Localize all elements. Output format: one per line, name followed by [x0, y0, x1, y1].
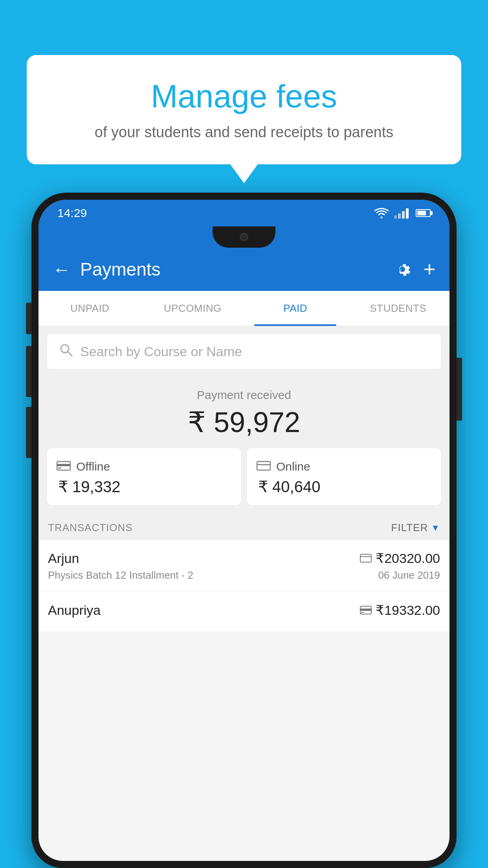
phone-screen: 14:29: [39, 200, 449, 861]
app-bar-actions: +: [393, 259, 435, 280]
bubble-subtitle: of your students and send receipts to pa…: [50, 122, 438, 143]
svg-rect-5: [257, 462, 270, 470]
bubble-title: Manage fees: [50, 79, 438, 114]
student-name: Arjun: [48, 551, 79, 566]
settings-icon[interactable]: [393, 260, 412, 279]
status-icons: [374, 208, 431, 219]
table-row[interactable]: Anupriya ₹19332.00: [39, 592, 449, 631]
side-button-vol-mute: [26, 303, 31, 334]
search-icon: [59, 343, 73, 360]
svg-rect-7: [360, 554, 371, 562]
transactions-label: TRANSACTIONS: [48, 522, 133, 534]
status-bar: 14:29: [39, 200, 449, 226]
notch: [213, 226, 275, 248]
table-row[interactable]: Arjun ₹20320.00 Physics Batch 12 Install…: [39, 540, 449, 592]
student-name: Anupriya: [48, 603, 101, 618]
offline-label: Offline: [76, 460, 110, 473]
side-button-vol-down: [26, 407, 31, 458]
transaction-row-top: Anupriya ₹19332.00: [48, 602, 440, 618]
tab-upcoming[interactable]: UPCOMING: [141, 291, 244, 326]
tab-paid[interactable]: PAID: [244, 291, 347, 326]
payment-cards: Offline ₹ 19,332: [47, 448, 441, 505]
transaction-row-top: Arjun ₹20320.00: [48, 550, 440, 566]
payment-total-amount: ₹ 59,972: [47, 406, 441, 439]
add-payment-button[interactable]: +: [424, 259, 435, 280]
offline-card-header: Offline: [57, 459, 231, 474]
tab-unpaid[interactable]: UNPAID: [39, 291, 141, 326]
online-label: Online: [276, 460, 310, 473]
tabs-bar: UNPAID UPCOMING PAID STUDENTS: [39, 291, 449, 326]
online-amount: ₹ 40,640: [257, 478, 431, 496]
page-title: Payments: [80, 259, 383, 280]
back-button[interactable]: ←: [53, 260, 71, 278]
wifi-icon: [374, 208, 389, 219]
phone-wrapper: 14:29: [31, 193, 457, 868]
transaction-date: 06 June 2019: [378, 569, 440, 581]
amount-wrap: ₹19332.00: [360, 602, 440, 618]
payment-summary: Payment received ₹ 59,972: [39, 377, 449, 513]
online-icon: [257, 459, 271, 474]
offline-amount: ₹ 19,332: [57, 478, 231, 496]
payment-received-label: Payment received: [47, 388, 441, 402]
svg-rect-10: [360, 609, 371, 611]
notch-area: [39, 226, 449, 248]
speech-bubble-wrapper: Manage fees of your students and send re…: [27, 55, 461, 164]
transaction-list: Arjun ₹20320.00 Physics Batch 12 Install…: [39, 540, 449, 631]
svg-rect-3: [57, 464, 70, 466]
search-bar-container: Search by Course or Name: [39, 326, 449, 377]
online-payment-card: Online ₹ 40,640: [247, 448, 441, 505]
battery-icon: [416, 209, 431, 217]
course-name: Physics Batch 12 Installment - 2: [48, 569, 193, 581]
speech-bubble: Manage fees of your students and send re…: [27, 55, 461, 164]
search-bar[interactable]: Search by Course or Name: [47, 334, 441, 369]
transactions-header: TRANSACTIONS FILTER ▼: [39, 513, 449, 540]
offline-icon: [57, 459, 71, 474]
transaction-amount: ₹20320.00: [376, 550, 440, 566]
filter-button[interactable]: FILTER ▼: [391, 522, 440, 534]
svg-rect-4: [58, 467, 61, 469]
tab-students[interactable]: STUDENTS: [347, 291, 450, 326]
svg-rect-11: [361, 612, 364, 613]
front-camera: [240, 233, 248, 241]
transaction-row-bottom: Physics Batch 12 Installment - 2 06 June…: [48, 569, 440, 581]
transaction-amount: ₹19332.00: [376, 602, 440, 618]
payment-type-icon: [360, 606, 372, 614]
offline-payment-card: Offline ₹ 19,332: [47, 448, 241, 505]
app-bar: ← Payments +: [39, 248, 449, 291]
side-button-power: [457, 358, 462, 421]
payment-type-icon: [360, 554, 372, 563]
search-input[interactable]: Search by Course or Name: [80, 344, 242, 359]
online-card-header: Online: [257, 459, 431, 474]
status-time: 14:29: [57, 206, 87, 220]
filter-label: FILTER: [391, 522, 428, 534]
amount-wrap: ₹20320.00: [360, 550, 440, 566]
filter-icon: ▼: [431, 523, 440, 533]
signal-icon: [394, 208, 409, 219]
svg-line-1: [68, 351, 72, 356]
phone-outer: 14:29: [31, 193, 457, 868]
side-button-vol-up: [26, 346, 31, 397]
